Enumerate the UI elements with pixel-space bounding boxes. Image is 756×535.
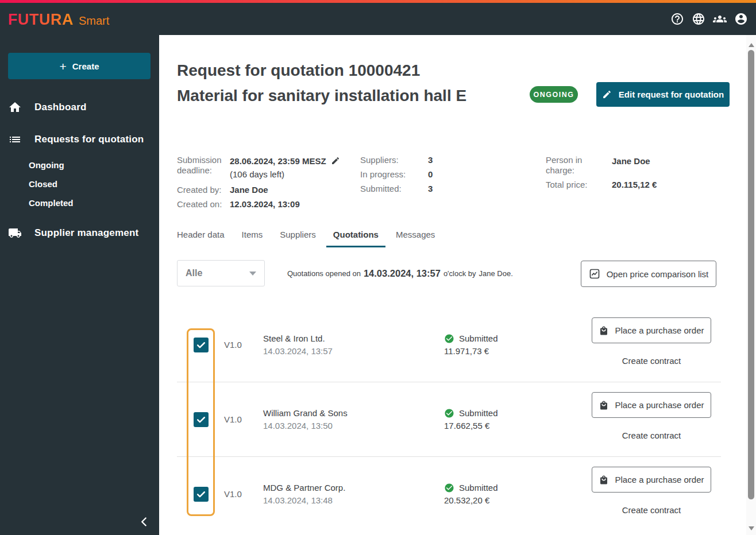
quotation-version: V1.0 (224, 489, 242, 499)
sidebar-subitem-ongoing[interactable]: Ongoing (29, 156, 159, 175)
page-title: Request for quotation 10000421 Material … (177, 58, 466, 108)
create-contract-link[interactable]: Create contract (622, 431, 681, 440)
line-chart-icon (589, 268, 600, 280)
logo-primary: FUTURA (8, 11, 74, 29)
quotation-filter-dropdown[interactable]: Alle (177, 260, 265, 286)
place-purchase-order-button[interactable]: Place a purchase order (592, 392, 711, 418)
tab-suppliers[interactable]: Suppliers (273, 222, 323, 247)
quotation-row: V1.0 MDG & Partner Corp. 14.03.2024, 13:… (177, 457, 721, 532)
quotation-actions: Place a purchase order Create contract (592, 392, 711, 440)
person-in-charge-label: Person in charge: (546, 155, 600, 176)
created-by-label: Created by: (177, 185, 222, 195)
edit-deadline-icon[interactable] (331, 156, 340, 168)
sidebar-item-dashboard[interactable]: Dashboard (0, 91, 159, 123)
quotation-version: V1.0 (224, 414, 242, 424)
meta-section: Submission deadline: 28.06.2024, 23:59 M… (159, 153, 746, 216)
quotation-status: Submitted 20.532,20 € (444, 482, 498, 507)
open-price-comparison-label: Open price comparison list (607, 269, 709, 279)
created-by-value: Jane Doe (230, 185, 268, 195)
supplier-date: 14.03.2024, 13:57 (263, 345, 333, 358)
checkmark-icon (195, 489, 207, 500)
deadline-days-left: (106 days left) (230, 169, 284, 180)
create-button[interactable]: + Create (8, 53, 151, 79)
users-group-icon[interactable] (713, 12, 727, 26)
main-content: Request for quotation 10000421 Material … (159, 35, 756, 535)
submitted-value: 3 (428, 184, 433, 194)
sidebar-subitem-completed[interactable]: Completed (29, 193, 159, 212)
checkmark-icon (195, 339, 207, 351)
quotation-row: V1.0 Steel & Iron Ltd. 14.03.2024, 13:57… (177, 308, 721, 382)
app-window: FUTURA Smart + Create Dashboard Requests… (0, 0, 756, 535)
created-on-value: 12.03.2024, 13:09 (230, 199, 300, 210)
quotation-version: V1.0 (224, 340, 242, 350)
check-circle-icon (444, 408, 454, 418)
list-icon (8, 133, 22, 146)
submission-deadline-label: Submission deadline: (177, 155, 230, 176)
submission-deadline-value: 28.06.2024, 23:59 MESZ (230, 156, 340, 168)
quotation-list: V1.0 Steel & Iron Ltd. 14.03.2024, 13:57… (177, 308, 721, 532)
page-title-line1: Request for quotation 10000421 (177, 58, 466, 83)
quotation-supplier: Steel & Iron Ltd. 14.03.2024, 13:57 (263, 332, 333, 358)
pencil-icon (602, 90, 612, 99)
create-contract-link[interactable]: Create contract (622, 505, 681, 515)
quotation-actions: Place a purchase order Create contract (592, 467, 711, 515)
in-progress-value: 0 (428, 169, 433, 180)
place-purchase-order-label: Place a purchase order (615, 400, 704, 410)
open-price-comparison-button[interactable]: Open price comparison list (581, 261, 716, 287)
place-purchase-order-button[interactable]: Place a purchase order (592, 467, 711, 493)
sidebar-item-requests-for-quotation[interactable]: Requests for quotation (0, 123, 159, 156)
quotations-opened-text: Quotations opened on 14.03.2024, 13:57 o… (287, 260, 513, 286)
quotation-actions: Place a purchase order Create contract (592, 317, 711, 366)
sidebar-subnav: Ongoing Closed Completed (0, 156, 159, 217)
sidebar-nav: Dashboard Requests for quotation Ongoing… (0, 91, 159, 249)
sidebar: + Create Dashboard Requests for quotatio… (0, 35, 159, 535)
create-button-label: Create (72, 61, 99, 71)
tab-quotations[interactable]: Quotations (326, 222, 385, 247)
create-contract-link[interactable]: Create contract (622, 356, 681, 366)
sidebar-collapse-button[interactable] (134, 511, 155, 532)
status-text: Submitted (459, 332, 498, 345)
quotation-row: V1.0 William Grand & Sons 14.03.2024, 13… (177, 382, 721, 457)
edit-request-button[interactable]: Edit request for quotation (596, 82, 730, 107)
plus-icon: + (60, 60, 67, 72)
submitted-label: Submitted: (360, 184, 402, 194)
checkmark-icon (195, 414, 207, 425)
chevron-down-icon (249, 272, 256, 276)
tab-items[interactable]: Items (235, 222, 270, 247)
check-circle-icon (444, 483, 454, 493)
place-purchase-order-label: Place a purchase order (615, 325, 704, 335)
quotation-price: 11.971,73 € (444, 345, 498, 358)
status-badge: ONGOING (530, 86, 578, 103)
account-icon[interactable] (734, 12, 748, 26)
tab-messages[interactable]: Messages (389, 222, 442, 247)
quotation-checkbox[interactable] (194, 338, 209, 352)
shopping-bag-icon (599, 400, 609, 410)
place-purchase-order-button[interactable]: Place a purchase order (592, 317, 711, 343)
suppliers-value: 3 (428, 155, 433, 165)
status-text: Submitted (459, 482, 498, 494)
in-progress-label: In progress: (360, 169, 406, 180)
help-icon[interactable] (670, 12, 684, 26)
quotation-checkbox[interactable] (194, 487, 209, 502)
place-purchase-order-label: Place a purchase order (615, 475, 704, 484)
sidebar-subitem-closed[interactable]: Closed (29, 175, 159, 193)
scrollbar-thumb[interactable] (748, 50, 754, 499)
scroll-down-arrow-icon[interactable] (749, 526, 754, 530)
home-icon (8, 100, 22, 114)
scroll-up-arrow-icon[interactable] (749, 43, 754, 47)
tab-header-data[interactable]: Header data (177, 222, 232, 247)
supplier-name: Steel & Iron Ltd. (263, 332, 333, 345)
opened-by-name: Jane Doe. (479, 269, 513, 278)
quotation-status: Submitted 17.662,55 € (444, 407, 498, 432)
topbar: FUTURA Smart (0, 3, 756, 35)
quotation-supplier: MDG & Partner Corp. 14.03.2024, 13:48 (263, 482, 345, 507)
scrollbar[interactable] (746, 35, 756, 535)
topbar-icons (670, 12, 748, 26)
dropdown-selected-value: Alle (186, 268, 249, 278)
language-globe-icon[interactable] (692, 12, 705, 26)
quotation-checkbox[interactable] (194, 412, 209, 427)
app-logo: FUTURA Smart (8, 11, 109, 29)
sidebar-item-supplier-management[interactable]: Supplier management (0, 217, 159, 249)
shopping-bag-icon (599, 325, 609, 336)
created-on-label: Created on: (177, 199, 222, 210)
